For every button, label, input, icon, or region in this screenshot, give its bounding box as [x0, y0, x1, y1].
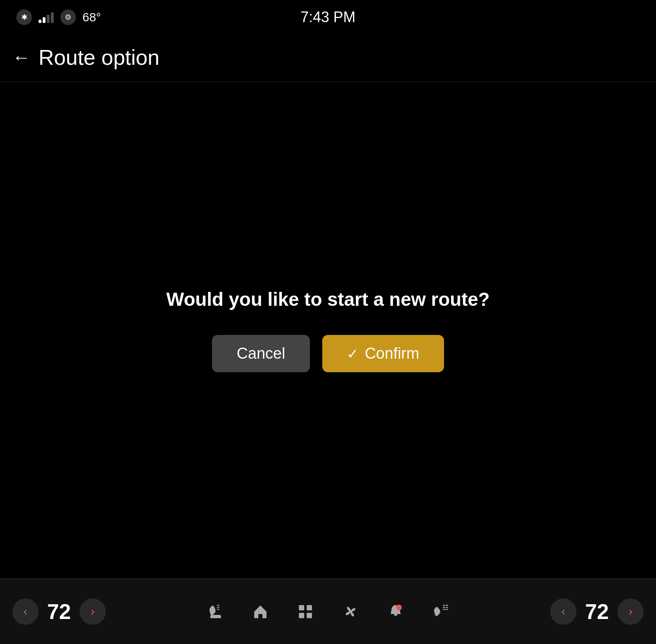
fan-icon[interactable]: [336, 597, 365, 626]
right-temp-decrease-button[interactable]: ‹: [550, 598, 576, 625]
page-title: Route option: [39, 45, 159, 70]
back-button[interactable]: ←: [12, 47, 30, 68]
status-time: 7:43 PM: [301, 9, 355, 26]
main-content: Would you like to start a new route? Can…: [0, 82, 656, 578]
home-icon[interactable]: [246, 597, 275, 626]
confirm-button[interactable]: ✓ Confirm: [322, 335, 444, 372]
checkmark-icon: ✓: [347, 346, 358, 362]
page-header: ← Route option: [0, 33, 656, 82]
status-left: ✱ ⚙ 68°: [16, 9, 101, 25]
confirm-label: Confirm: [365, 345, 419, 362]
left-temp-decrease-button[interactable]: ‹: [12, 598, 39, 625]
right-temp-increase-button[interactable]: ›: [617, 598, 644, 625]
svg-rect-2: [299, 613, 304, 618]
right-temp-value: 72: [581, 599, 613, 624]
svg-point-6: [396, 605, 402, 610]
signal-icon: [39, 11, 54, 23]
svg-rect-0: [299, 605, 304, 610]
bluetooth-icon: ✱: [16, 9, 32, 25]
grid-icon[interactable]: [291, 597, 320, 626]
settings-icon: ⚙: [60, 9, 76, 25]
svg-rect-3: [307, 613, 312, 618]
status-bar: ✱ ⚙ 68° 7:43 PM: [0, 0, 656, 33]
bottom-bar: ‹ 72 ›: [0, 578, 656, 644]
dialog-question: Would you like to start a new route?: [166, 288, 490, 310]
svg-rect-1: [307, 605, 312, 610]
dialog-buttons: Cancel ✓ Confirm: [212, 335, 444, 372]
bottom-center-icons: [201, 597, 455, 626]
svg-rect-5: [394, 614, 397, 616]
seat-heat-icon[interactable]: [201, 597, 230, 626]
left-temp-increase-button[interactable]: ›: [80, 598, 106, 625]
left-temp-value: 72: [43, 599, 75, 624]
notification-icon[interactable]: [381, 597, 410, 626]
left-temp-control: ‹ 72 ›: [12, 598, 106, 625]
rear-heat-icon[interactable]: [426, 597, 455, 626]
right-temp-control: ‹ 72 ›: [550, 598, 644, 625]
status-temp: 68°: [82, 10, 101, 24]
cancel-button[interactable]: Cancel: [212, 335, 310, 372]
